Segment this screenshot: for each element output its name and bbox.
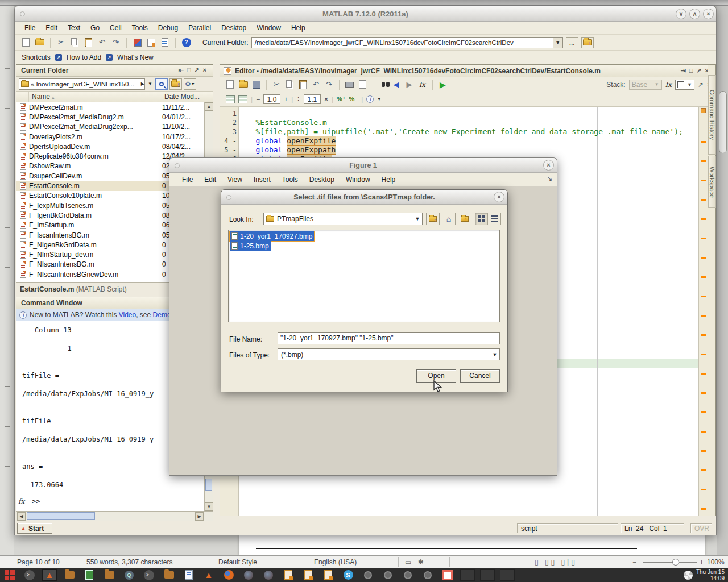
chevron-right-icon[interactable]: ▶ xyxy=(141,81,144,86)
cell-value-field-1[interactable]: 1.0 xyxy=(263,94,280,104)
maximize-button[interactable]: ∧ xyxy=(689,9,700,19)
folder-icon[interactable] xyxy=(102,569,117,581)
address-dropdown-icon[interactable]: ▼ xyxy=(147,81,154,86)
writer-scrollbar[interactable] xyxy=(717,6,728,555)
undock-icon[interactable]: ↗ xyxy=(696,67,705,74)
tab-workspace[interactable]: Workspace xyxy=(708,156,716,208)
writer-language[interactable]: English (USA) xyxy=(314,558,357,566)
analyzer-warning-tick[interactable] xyxy=(701,354,706,355)
launcher-icon[interactable] xyxy=(2,569,17,581)
window-menu-icon[interactable] xyxy=(175,163,180,168)
dialog-file-item[interactable]: 1-20_yor1_170927.bmp xyxy=(230,231,314,241)
file-row[interactable]: DMPexcel2mat_MediaDrug2.m04/01/2... xyxy=(16,112,213,122)
analyzer-warning-tick[interactable] xyxy=(701,334,706,336)
terminal-2-icon[interactable]: >_ xyxy=(142,569,156,581)
window-menu-icon[interactable] xyxy=(226,195,231,200)
figure-titlebar[interactable]: Figure 1 × xyxy=(169,158,557,173)
insert-cell-icon[interactable] xyxy=(226,95,235,103)
empty-slot-3[interactable] xyxy=(500,569,515,581)
taskbar-clock[interactable]: Thu Jun 1514:09 xyxy=(684,569,725,581)
new-folder-button[interactable]: ↥ xyxy=(169,78,182,90)
print-preview-icon[interactable] xyxy=(357,79,368,90)
window-menu-icon[interactable] xyxy=(20,11,25,16)
writer-view-layout-icons[interactable]: ▯ ▯▯ ▯|▯ xyxy=(535,558,577,566)
scroll-down-icon[interactable]: ▼ xyxy=(205,502,213,511)
file-name-input[interactable]: "1-20_yor1_170927.bmp" "1-25.bmp" xyxy=(278,332,500,344)
forward-icon[interactable]: ▶ xyxy=(404,79,415,90)
simulink-icon[interactable] xyxy=(132,37,143,48)
decrease-button[interactable]: − xyxy=(256,95,260,103)
grid-view-button[interactable] xyxy=(475,213,489,225)
uncomment-percent-icon[interactable]: %⁻ xyxy=(349,95,358,103)
tray-2-icon[interactable] xyxy=(380,569,395,581)
cell-value-field-2[interactable]: 1.1 xyxy=(304,94,321,104)
figure-menu-item-window[interactable]: Window xyxy=(340,174,376,185)
writer-doc-2-icon[interactable] xyxy=(301,569,316,581)
text-doc-icon[interactable] xyxy=(181,569,196,581)
file-row[interactable]: DpertsUploadDev.m08/04/2... xyxy=(16,142,213,151)
tray-4-icon[interactable] xyxy=(420,569,435,581)
close-button[interactable]: × xyxy=(543,160,554,171)
menu-item-window[interactable]: Window xyxy=(251,22,286,34)
file-row[interactable]: DMPexcel2mat.m11/11/2... xyxy=(16,102,213,112)
increase-button[interactable]: + xyxy=(284,95,288,103)
menu-item-file[interactable]: File xyxy=(19,22,40,34)
menu-item-parallel[interactable]: Parallel xyxy=(183,22,216,34)
shortcut-whats-new[interactable]: What's New xyxy=(117,53,154,61)
current-folder-path[interactable]: /media/data/EASY/InovImager_jwrCF_WINLin… xyxy=(252,39,553,46)
writer-zoom-percent[interactable]: 100% xyxy=(707,558,725,566)
maximize-panel-icon[interactable]: □ xyxy=(689,67,697,74)
dock-left-icon[interactable]: ⇤ xyxy=(178,66,187,73)
figure-menu-item-edit[interactable]: Edit xyxy=(198,174,222,185)
analyzer-warning-tick[interactable] xyxy=(701,296,706,297)
start-button[interactable]: ▲ Start xyxy=(17,523,52,534)
shortcut-how-to-add[interactable]: How to Add xyxy=(67,53,101,61)
tab-command-history[interactable]: Command History xyxy=(708,75,716,155)
create-new-folder-button[interactable]: ✶ xyxy=(458,213,471,225)
undo-icon[interactable]: ↶ xyxy=(311,79,321,90)
home-button[interactable]: ⌂ xyxy=(442,213,456,225)
date-column-header[interactable]: Date Mod... xyxy=(162,92,205,102)
address-combo[interactable]: « InovImager_jwrCF_WINLinx150... ▶ xyxy=(19,78,145,90)
close-button[interactable]: × xyxy=(494,192,504,202)
menu-item-text[interactable]: Text xyxy=(63,22,85,34)
matlab-2-icon[interactable]: ▲ xyxy=(201,569,216,581)
command-prompt[interactable]: >> xyxy=(32,497,40,505)
close-button[interactable]: × xyxy=(703,9,714,19)
shortcut-icon[interactable]: ↗ xyxy=(55,54,62,61)
analyzer-warning-tick[interactable] xyxy=(701,199,706,201)
tray-3-icon[interactable] xyxy=(400,569,415,581)
dock-right-icon[interactable]: ⇥ xyxy=(680,67,689,74)
spreadsheet-icon[interactable] xyxy=(82,569,97,581)
dialog-file-list[interactable]: 1-20_yor1_170927.bmp1-25.bmp xyxy=(228,230,500,322)
open-file-icon[interactable] xyxy=(238,79,249,90)
figure-menu-item-desktop[interactable]: Desktop xyxy=(304,174,340,185)
writer-zoom-in[interactable]: + xyxy=(700,558,704,566)
analyzer-warning-tick[interactable] xyxy=(701,411,706,413)
copy-icon[interactable] xyxy=(284,79,295,90)
writer-selection-mode-icons[interactable]: ▭ ✱ xyxy=(405,558,426,566)
copy-icon[interactable] xyxy=(69,37,80,48)
analyzer-warning-tick[interactable] xyxy=(701,160,706,162)
writer-doc-3-icon[interactable] xyxy=(321,569,336,581)
figure-menu-item-tools[interactable]: Tools xyxy=(276,174,304,185)
analyzer-warning-tick[interactable] xyxy=(701,180,706,181)
files-of-type-combo[interactable]: (*.bmp) ▼ xyxy=(278,348,500,360)
paste-icon[interactable] xyxy=(83,37,94,48)
list-view-button[interactable] xyxy=(487,213,501,225)
analyzer-warning-tick[interactable] xyxy=(701,276,706,278)
current-folder-combo[interactable]: /media/data/EASY/InovImager_jwrCF_WINLin… xyxy=(251,37,563,48)
menu-item-debug[interactable]: Debug xyxy=(153,22,183,34)
writer-doc-1-icon[interactable] xyxy=(281,569,296,581)
address-collapse[interactable]: « xyxy=(31,81,34,88)
analyzer-warning-tick[interactable] xyxy=(701,257,706,259)
name-column-header[interactable]: Name ▵ xyxy=(29,92,162,102)
maximize-panel-icon[interactable]: □ xyxy=(187,66,195,73)
writer-scrollbar-thumb[interactable] xyxy=(719,91,727,153)
analyzer-warning-tick[interactable] xyxy=(701,489,706,490)
matlab-icon[interactable]: ▲ xyxy=(42,569,57,581)
browse-folder-button[interactable]: ... xyxy=(566,37,578,48)
writer-paragraph-style[interactable]: Default Style xyxy=(218,558,257,566)
menu-item-desktop[interactable]: Desktop xyxy=(216,22,251,34)
fx-button[interactable]: fx xyxy=(665,81,672,89)
